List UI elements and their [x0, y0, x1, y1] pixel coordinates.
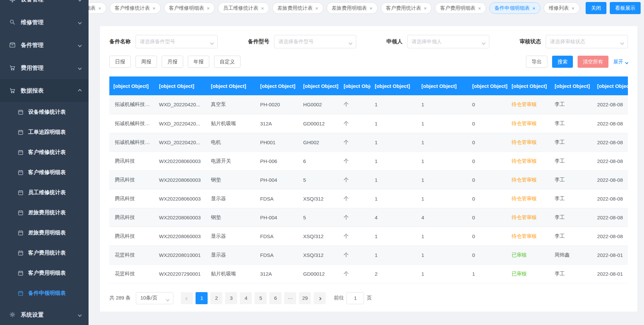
cell-apply-time: 2022-08-08: [593, 189, 628, 208]
close-icon[interactable]: [370, 6, 373, 11]
sidebar-subitem[interactable]: 设备维修统计表: [0, 102, 89, 122]
close-icon[interactable]: [532, 6, 535, 11]
page-button[interactable]: ···: [284, 292, 296, 304]
close-icon[interactable]: [207, 6, 210, 11]
sidebar-item-parts-mgmt[interactable]: 备件管理: [0, 34, 89, 56]
filter-select[interactable]: 请选择申领人: [407, 35, 489, 48]
sidebar-subitem[interactable]: 差旅费用明细表: [0, 223, 89, 243]
next-page-button[interactable]: [314, 292, 326, 304]
table-row: 腾讯科技 WX202208060003 电源开关 PH-006 6 个 1 1 …: [109, 152, 628, 170]
cell-applicant: 李工: [551, 95, 593, 114]
period-button[interactable]: 自定义: [214, 56, 240, 68]
close-icon[interactable]: [153, 6, 156, 11]
cell-customer: 腾讯科技: [109, 170, 155, 189]
sidebar-item-system-settings[interactable]: 系统设置: [0, 303, 89, 325]
cell-part-model: PH-004: [256, 170, 299, 189]
page-button[interactable]: 5: [255, 292, 267, 304]
sidebar-subitem[interactable]: 工单追踪明细表: [0, 122, 89, 142]
tab[interactable]: 备件申领明细表: [489, 2, 540, 14]
repair-order-link[interactable]: WX202208060003: [155, 227, 207, 246]
period-button[interactable]: 日报: [109, 56, 131, 68]
repair-order-link[interactable]: WXD_20220420...: [155, 95, 207, 114]
repair-order-link[interactable]: WX202208010001: [155, 246, 207, 264]
sidebar-subitem[interactable]: 客户费用统计表: [0, 243, 89, 263]
filter-label: 备件名称: [109, 38, 131, 45]
export-button[interactable]: 导出: [526, 56, 547, 68]
page-button[interactable]: 6: [269, 292, 281, 304]
prev-page-button[interactable]: [181, 292, 193, 304]
tab[interactable]: 差旅费用统计表: [272, 2, 323, 14]
main-area: 踪明细表 客户维修统计表 客户维修明细表 员工维修统计表: [89, 0, 644, 325]
repair-order-link[interactable]: WXD_20220420...: [155, 114, 207, 133]
filter-select[interactable]: 请选择审核状态: [546, 35, 628, 48]
sidebar-subitem[interactable]: 客户费用明细表: [0, 263, 89, 283]
chevron-down-icon: [211, 40, 213, 46]
sidebar-item-device-mgmt[interactable]: 设备管理: [0, 0, 89, 11]
monitor-icon: [9, 0, 16, 3]
close-icon[interactable]: [261, 6, 264, 11]
sidebar-item-expense-mgmt[interactable]: 费用管理: [0, 56, 89, 79]
filter-select[interactable]: 请选择备件型号: [274, 35, 356, 48]
column-header: [object Object]: [155, 76, 207, 95]
tab[interactable]: 维修列表: [544, 2, 580, 14]
cell-qty: 1: [371, 95, 417, 114]
page-size-select[interactable]: 10条/页: [136, 292, 173, 304]
tab[interactable]: 客户维修明细表: [164, 2, 215, 14]
board-display-button[interactable]: 看板展示: [610, 2, 641, 14]
sidebar-subitem[interactable]: 备件申领明细表: [0, 283, 89, 303]
tab[interactable]: 差旅费用明细表: [327, 2, 378, 14]
period-button[interactable]: 月报: [162, 56, 183, 68]
cell-used-qty: 1: [417, 133, 468, 152]
sidebar-item-data-reports[interactable]: 数据报表: [0, 79, 89, 102]
close-button[interactable]: 关闭: [586, 2, 606, 14]
tab[interactable]: 客户维修统计表: [110, 2, 161, 14]
close-icon[interactable]: [315, 6, 318, 11]
table-row: 腾讯科技 WX202208060003 显示器 FDSA XSQ/312 个 1…: [109, 227, 628, 246]
tab-label: 维修列表: [549, 5, 569, 11]
cell-part-code: 6: [299, 152, 340, 170]
close-icon[interactable]: [478, 6, 481, 11]
cell-returned-qty: 0: [468, 133, 507, 152]
cell-customer: 拓诚机械科技（...: [109, 114, 155, 133]
sidebar-item-repair-mgmt[interactable]: 维修管理: [0, 11, 89, 34]
tab[interactable]: 员工维修统计表: [218, 2, 269, 14]
page-button[interactable]: 4: [240, 292, 252, 304]
tab[interactable]: 踪明细表: [89, 2, 106, 14]
close-icon[interactable]: [572, 6, 575, 11]
close-icon[interactable]: [424, 6, 427, 11]
repair-order-link[interactable]: WX202207290001: [155, 264, 207, 283]
calendar-icon: [17, 129, 24, 136]
cell-part-code: GD00012: [299, 114, 340, 133]
cell-returned-qty: 0: [468, 246, 507, 264]
close-icon[interactable]: [98, 6, 101, 11]
cell-apply-time: 2022-08-08: [593, 208, 628, 227]
page-button[interactable]: 29: [299, 292, 311, 304]
cell-part-code: 5: [299, 170, 340, 189]
filter-select[interactable]: 请选择备件型号: [136, 35, 218, 48]
page-button[interactable]: 2: [210, 292, 222, 304]
page-jump-input[interactable]: [346, 292, 364, 304]
sidebar-subitem[interactable]: 客户维修统计表: [0, 142, 89, 162]
repair-order-link[interactable]: WX202208060003: [155, 189, 207, 208]
search-button[interactable]: 搜索: [552, 56, 573, 68]
select-placeholder: 请选择审核状态: [550, 39, 585, 45]
sidebar-subitem-label: 差旅费用明细表: [28, 229, 66, 236]
repair-order-link[interactable]: WX202208060003: [155, 152, 207, 170]
repair-order-link[interactable]: WX202208060003: [155, 208, 207, 227]
tab-label: 客户维修明细表: [169, 5, 204, 11]
repair-order-link[interactable]: WXD_20220420...: [155, 133, 207, 152]
sidebar-subitem[interactable]: 员工维修统计表: [0, 182, 89, 203]
sidebar-subitem[interactable]: 客户维修明细表: [0, 162, 89, 182]
cell-part-code: XSQ/312: [299, 189, 340, 208]
expand-link[interactable]: 展开: [613, 59, 628, 65]
tab[interactable]: 客户费用统计表: [381, 2, 432, 14]
tab[interactable]: 客户费用明细表: [435, 2, 486, 14]
page-button[interactable]: 1: [196, 292, 208, 304]
repair-order-link[interactable]: WX202208060003: [155, 170, 207, 189]
cell-applicant: 李工: [551, 264, 593, 283]
period-button[interactable]: 周报: [136, 56, 157, 68]
sidebar-subitem[interactable]: 差旅费用统计表: [0, 203, 89, 223]
page-button[interactable]: 3: [225, 292, 237, 304]
period-button[interactable]: 年报: [188, 56, 209, 68]
clear-all-button[interactable]: 清空所有: [578, 56, 608, 68]
